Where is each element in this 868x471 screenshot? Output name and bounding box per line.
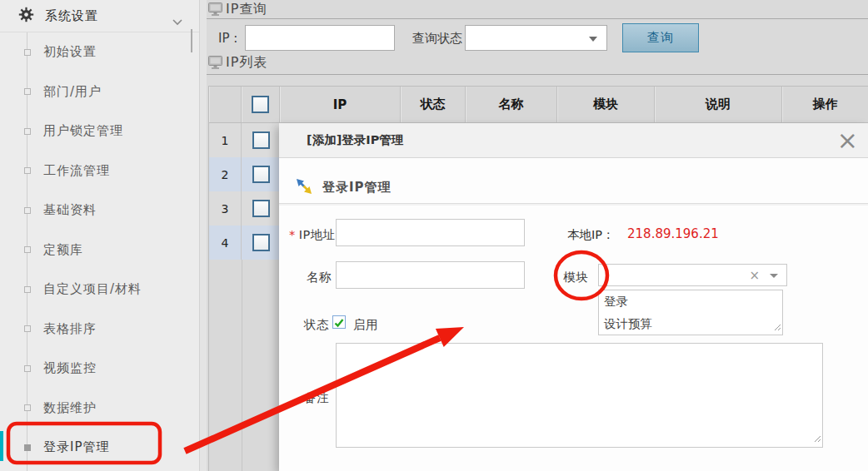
name-label: 名称	[307, 270, 332, 285]
sidebar-item-login-ip[interactable]: 登录IP管理	[0, 428, 199, 468]
status-query-label: 查询状态	[412, 31, 462, 47]
row-number: 1	[209, 123, 242, 157]
monitor-icon	[208, 56, 222, 72]
query-section-title: IP查询	[208, 1, 267, 18]
close-icon[interactable]: ×	[837, 126, 858, 156]
select-all-header	[242, 87, 280, 122]
row-checkbox-cell	[242, 191, 280, 226]
sidebar-item-label: 工作流管理	[43, 163, 110, 179]
module-options-list: 登录 设计预算	[598, 290, 783, 335]
local-ip-value: 218.89.196.21	[627, 226, 719, 241]
monitor-icon	[208, 2, 222, 19]
tree-node-icon	[24, 167, 31, 174]
tree-node-icon	[24, 404, 31, 411]
sidebar-header-label: 系统设置	[45, 8, 98, 24]
module-label: 模块	[563, 270, 588, 285]
column-header-description[interactable]: 说明	[655, 87, 782, 122]
row-number: 3	[209, 191, 242, 226]
sidebar-item-user-lock[interactable]: 用户锁定管理	[0, 112, 199, 151]
resize-grip-icon[interactable]	[773, 320, 781, 334]
sidebar-item-label: 自定义项目/材料	[43, 281, 142, 297]
row-checkbox-cell	[242, 123, 280, 157]
chevron-down-icon[interactable]	[172, 13, 182, 29]
sidebar-item-label: 部门/用户	[43, 84, 102, 100]
dialog-section-title: 登录IP管理	[322, 180, 392, 196]
row-checkbox-cell	[242, 157, 280, 191]
resize-grip-icon[interactable]	[813, 430, 821, 446]
tree-node-icon	[24, 128, 31, 135]
row-checkbox[interactable]	[252, 131, 270, 149]
sidebar-item-label: 定额库	[43, 242, 83, 258]
sidebar-item-label: 视频监控	[43, 360, 97, 376]
row-number: 2	[209, 157, 242, 191]
row-checkbox[interactable]	[252, 200, 270, 217]
tree-node-icon	[24, 88, 31, 95]
sidebar-header[interactable]: 系统设置	[0, 0, 199, 32]
sidebar-item-video-monitor[interactable]: 视频监控	[0, 349, 199, 389]
sidebar-item-initial-settings[interactable]: 初始设置	[0, 32, 199, 72]
status-query-select[interactable]	[465, 25, 607, 51]
sidebar-item-workflow[interactable]: 工作流管理	[0, 151, 199, 191]
sidebar-menu: 初始设置 部门/用户 用户锁定管理 工作流管理 基础资料 定额库 自定义项目/材…	[0, 32, 199, 468]
remark-textarea[interactable]	[336, 343, 823, 448]
search-button[interactable]: 查询	[622, 23, 699, 52]
ip-query-label: IP :	[218, 31, 237, 46]
tree-node-icon	[24, 444, 31, 451]
sidebar-item-departments-users[interactable]: 部门/用户	[0, 72, 199, 112]
column-header-module[interactable]: 模块	[557, 87, 655, 122]
select-all-checkbox[interactable]	[252, 96, 269, 113]
dialog-titlebar[interactable]: [添加]登录IP管理	[279, 123, 868, 158]
dropdown-arrow-icon[interactable]	[770, 274, 778, 278]
sidebar-item-data-maintenance[interactable]: 数据维护	[0, 389, 199, 429]
module-option-login[interactable]: 登录	[599, 290, 782, 313]
dropdown-arrow-icon	[589, 37, 597, 42]
arrows-icon	[296, 178, 312, 198]
table-header-row: IP 状态 名称 模块 说明 操作	[208, 86, 868, 123]
remark-label: 备注	[304, 390, 329, 406]
status-checkbox[interactable]	[332, 315, 346, 329]
column-header-name[interactable]: 名称	[466, 87, 557, 122]
ip-address-label: *IP地址	[289, 227, 336, 243]
ip-query-input[interactable]	[245, 25, 395, 51]
sidebar-item-label: 基础资料	[43, 202, 97, 218]
module-select[interactable]: ×	[598, 264, 787, 286]
column-header-status[interactable]: 状态	[401, 87, 466, 122]
sidebar: 系统设置 初始设置 部门/用户 用户锁定管理 工作流管理 基础资料 定额库 自定…	[0, 0, 200, 471]
sidebar-item-custom-items[interactable]: 自定义项目/材料	[0, 270, 199, 310]
sidebar-item-quota-library[interactable]: 定额库	[0, 231, 199, 270]
row-checkbox-cell	[242, 226, 280, 260]
sidebar-item-label: 数据维护	[43, 400, 97, 416]
name-input[interactable]	[336, 261, 525, 289]
gear-icon	[18, 7, 34, 26]
divider	[207, 18, 868, 21]
tree-node-icon	[24, 365, 31, 372]
sidebar-item-label: 用户锁定管理	[43, 123, 123, 139]
divider	[279, 203, 868, 206]
row-checkbox[interactable]	[252, 234, 270, 251]
sidebar-item-label: 登录IP管理	[43, 439, 109, 455]
column-header-ip[interactable]: IP	[280, 87, 401, 122]
content-gutter	[200, 0, 207, 471]
sidebar-item-basic-data[interactable]: 基础资料	[0, 191, 199, 231]
local-ip-label: 本地IP：	[567, 227, 615, 243]
row-number-header	[209, 87, 242, 122]
query-section-title-text: IP查询	[226, 1, 267, 18]
sidebar-item-label: 表格排序	[43, 321, 97, 337]
tree-node-icon	[24, 325, 31, 332]
sidebar-item-label: 初始设置	[43, 44, 97, 60]
row-checkbox[interactable]	[252, 166, 270, 183]
required-mark: *	[289, 228, 296, 241]
tree-node-icon	[24, 246, 31, 253]
dialog-title: [添加]登录IP管理	[307, 132, 403, 148]
clear-icon[interactable]: ×	[749, 268, 760, 283]
module-option-design-budget[interactable]: 设计预算	[599, 313, 782, 335]
list-section-title: IP列表	[208, 54, 267, 72]
add-login-ip-dialog: [添加]登录IP管理 × 登录IP管理 *IP地址 本地IP： 218.89.1…	[279, 123, 868, 471]
column-header-actions[interactable]: 操作	[782, 87, 868, 122]
check-icon	[333, 317, 345, 329]
divider	[207, 74, 868, 77]
ip-address-input[interactable]	[336, 219, 525, 246]
sidebar-item-table-sort[interactable]: 表格排序	[0, 310, 199, 350]
tree-node-icon	[24, 286, 31, 293]
tree-node-icon	[24, 207, 31, 214]
